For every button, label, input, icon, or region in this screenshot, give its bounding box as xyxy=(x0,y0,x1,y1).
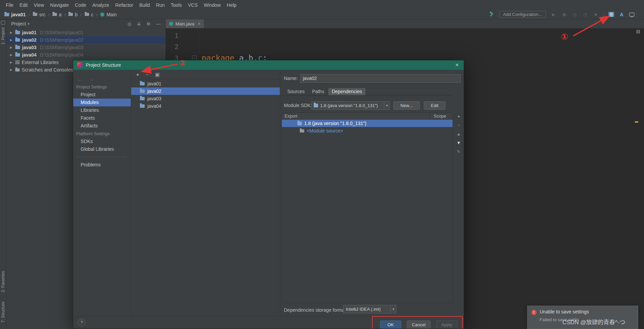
menu-run[interactable]: Run xyxy=(153,2,168,8)
add-dependency-icon[interactable]: + xyxy=(457,114,460,119)
module-path: D:\SSM\temp\java01 xyxy=(40,30,83,35)
new-sdk-button[interactable]: New... xyxy=(393,101,420,110)
nav-item-libraries[interactable]: Libraries xyxy=(73,106,131,114)
stop-icon[interactable]: ■ xyxy=(593,12,599,17)
breadcrumb-c[interactable]: c xyxy=(84,12,95,17)
chevron-right-icon[interactable]: ▶ xyxy=(9,53,13,57)
menu-tools[interactable]: Tools xyxy=(168,2,185,8)
dialog-title-bar[interactable]: Project Structure × xyxy=(73,60,464,70)
dependency-row-jdk[interactable]: 1.8 (java version "1.8.0_131") xyxy=(282,120,453,127)
nav-item-project[interactable]: Project xyxy=(73,91,131,99)
nav-item-global-libraries[interactable]: Global Libraries xyxy=(73,145,131,153)
profiler-icon[interactable]: ◷ xyxy=(582,12,588,17)
move-down-icon[interactable]: ▼ xyxy=(457,140,461,145)
scrollbar-warning-mark[interactable] xyxy=(635,121,638,123)
module-list-item-java04[interactable]: java04 xyxy=(131,102,280,110)
remove-icon[interactable]: − xyxy=(146,71,149,77)
nav-item-problems[interactable]: Problems xyxy=(73,161,131,169)
dependency-row-module-source[interactable]: <Module source> xyxy=(282,127,453,135)
nav-item-facets[interactable]: Facets xyxy=(73,114,131,122)
menu-vcs[interactable]: VCS xyxy=(185,2,201,8)
toolbar-divider xyxy=(603,12,604,17)
tab-dependencies[interactable]: Dependencies xyxy=(328,88,366,95)
menu-analyze[interactable]: Analyze xyxy=(89,2,112,8)
fold-marker-icon[interactable]: − xyxy=(192,56,197,60)
collapse-all-icon[interactable]: ⇊ xyxy=(137,21,141,26)
column-export[interactable]: Export xyxy=(285,114,297,119)
nav-item-modules[interactable]: Modules xyxy=(73,99,131,106)
back-icon[interactable]: ← xyxy=(78,76,83,82)
close-icon[interactable]: × xyxy=(198,21,201,26)
chevron-right-icon[interactable]: ▶ xyxy=(9,31,13,34)
chevron-right-icon[interactable]: ▶ xyxy=(9,68,13,71)
menu-build[interactable]: Build xyxy=(136,2,153,8)
hide-panel-icon[interactable]: — xyxy=(156,21,161,26)
help-button[interactable]: ? xyxy=(78,319,85,326)
module-icon xyxy=(15,53,20,57)
menu-file[interactable]: File xyxy=(3,2,17,8)
project-view-title[interactable]: Project xyxy=(11,21,26,26)
module-list-item-java01[interactable]: java01 xyxy=(131,80,280,87)
watermark: CSDN @放肆的青春^-つ xyxy=(562,317,625,326)
storage-format-select[interactable]: IntelliJ IDEA (.iml) ▾ xyxy=(343,305,396,313)
tree-item-java01[interactable]: ▶ java01 D:\SSM\temp\java01 xyxy=(6,29,165,36)
menu-code[interactable]: Code xyxy=(72,2,89,8)
tool-window-grid-icon[interactable] xyxy=(1,21,5,25)
add-configuration-button[interactable]: Add Configuration... xyxy=(499,11,546,18)
edit-pencil-icon[interactable]: ✎ xyxy=(457,149,461,154)
move-up-icon[interactable]: ▲ xyxy=(457,131,461,137)
tree-item-java04[interactable]: ▶ java04 D:\SSM\temp\java04 xyxy=(6,51,165,59)
folder-icon xyxy=(33,13,37,16)
module-sdk-select[interactable]: 1.8 (java version "1.8.0_131") ▾ xyxy=(311,101,390,110)
nav-item-sdks[interactable]: SDKs xyxy=(73,138,131,145)
menu-view[interactable]: View xyxy=(31,2,47,8)
locate-icon[interactable]: ◎ xyxy=(127,21,131,26)
breadcrumb-b[interactable]: b xyxy=(67,12,79,17)
module-name-field[interactable]: java02 xyxy=(300,74,461,83)
column-scope[interactable]: Scope xyxy=(434,114,446,119)
debug-icon[interactable]: ◉ xyxy=(561,12,567,17)
tree-item-java03[interactable]: ▶ java03 D:\SSM\temp\java03 xyxy=(6,44,165,51)
menu-help[interactable]: Help xyxy=(224,2,240,8)
stripe-structure-button[interactable]: 7: Structure xyxy=(1,302,5,323)
build-hammer-icon[interactable] xyxy=(489,12,494,17)
project-structure-icon[interactable] xyxy=(608,12,614,17)
stripe-project-button[interactable]: 1: Project xyxy=(1,27,5,45)
stripe-favorites-button[interactable]: 2: Favorites xyxy=(1,271,5,292)
breadcrumb-java01[interactable]: java01 xyxy=(3,12,27,17)
tab-main-java[interactable]: Main.java × xyxy=(166,19,204,28)
menu-window[interactable]: Window xyxy=(201,2,224,8)
copy-icon[interactable]: ▣ xyxy=(155,71,160,78)
settings-gear-icon[interactable]: ⚙ xyxy=(146,21,150,26)
add-icon[interactable]: + xyxy=(136,71,139,77)
menu-edit[interactable]: Edit xyxy=(17,2,31,8)
forward-icon[interactable]: → xyxy=(88,76,94,82)
translate-icon[interactable]: A xyxy=(619,12,624,17)
module-list-item-java03[interactable]: java03 xyxy=(131,95,280,102)
menu-navigate[interactable]: Navigate xyxy=(47,2,72,8)
remove-dependency-icon[interactable]: − xyxy=(457,123,460,128)
module-list-item-java02[interactable]: java02 xyxy=(131,87,280,95)
tab-label: Main.java xyxy=(175,21,194,26)
nav-item-artifacts[interactable]: Artifacts xyxy=(73,122,131,130)
tab-sources[interactable]: Sources xyxy=(284,88,308,95)
edit-sdk-button[interactable]: Edit xyxy=(424,101,445,110)
annotation-step-2: ② xyxy=(179,58,186,68)
breadcrumb-a[interactable]: a xyxy=(51,12,63,17)
breadcrumb-label: Main xyxy=(106,12,117,17)
tree-item-java02[interactable]: ▶ java02 D:\SSM\temp\java02 xyxy=(6,36,165,44)
run-icon[interactable]: ▶ xyxy=(551,12,557,17)
monitor-icon[interactable] xyxy=(629,13,635,17)
chevron-right-icon[interactable]: ▶ xyxy=(9,46,13,49)
coverage-icon[interactable]: ◎ xyxy=(572,12,578,17)
sdk-icon xyxy=(297,122,302,125)
close-icon[interactable]: × xyxy=(454,62,460,68)
chevron-right-icon[interactable]: ▶ xyxy=(9,38,13,42)
pause-indicator-icon[interactable] xyxy=(637,30,640,34)
breadcrumb-main[interactable]: Main xyxy=(99,12,118,17)
caret-down-icon[interactable]: ▾ xyxy=(28,22,30,26)
breadcrumb-src[interactable]: src xyxy=(32,12,47,17)
tab-paths[interactable]: Paths xyxy=(309,88,328,95)
chevron-right-icon[interactable]: ▶ xyxy=(9,61,13,64)
menu-refactor[interactable]: Refactor xyxy=(112,2,136,8)
